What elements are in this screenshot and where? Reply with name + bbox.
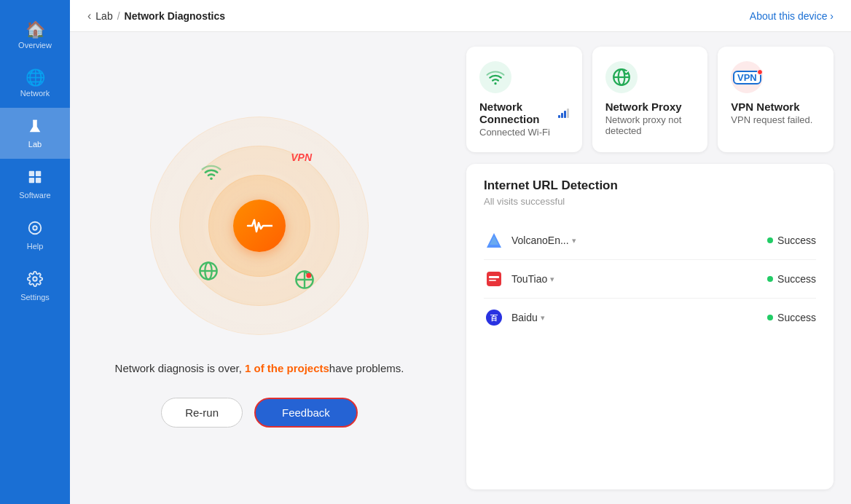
svg-text:百: 百 [490,314,498,322]
svg-rect-20 [489,276,499,278]
vpn-error-dot [757,69,763,75]
network-connection-title: Network Connection [479,101,554,125]
toutiao-icon [484,269,504,289]
baidu-status-dot [767,315,773,320]
toutiao-name: TouTiao ▾ [511,273,554,285]
feedback-button[interactable]: Feedback [254,398,358,428]
home-icon: 🏠 [26,22,45,38]
vpn-network-card: VPN VPN Network VPN request failed. [718,47,834,152]
action-buttons: Re-run Feedback [161,398,358,428]
main-content: ‹ Lab / Network Diagnostics About this d… [70,0,851,504]
baidu-name: Baidu ▾ [511,312,545,323]
baidu-status: Success [767,312,816,323]
svg-rect-21 [489,280,496,281]
toutiao-status-dot [767,276,773,282]
sidebar-item-lab[interactable]: Lab [0,108,70,159]
url-item-left-toutiao: TouTiao ▾ [484,269,554,289]
status-cards: Network Connection Connected Wi-Fi [466,47,834,152]
svg-rect-1 [29,171,34,176]
vpn-network-subtitle: VPN request failed. [731,114,820,125]
url-item-left-volcano: VolcanoEn... ▾ [484,230,576,251]
svg-rect-4 [36,178,41,183]
network-connection-card: Network Connection Connected Wi-Fi [466,47,582,152]
sidebar-item-network[interactable]: 🌐 Network [0,60,70,108]
floating-wifi-icon [201,162,221,185]
sidebar-item-settings[interactable]: Settings [0,261,70,312]
toutiao-status: Success [767,273,816,285]
back-button[interactable]: ‹ [87,9,91,23]
svg-rect-0 [33,120,37,121]
svg-rect-2 [36,171,41,176]
url-item-toutiao: TouTiao ▾ Success [484,260,816,299]
globe-icon-wrap [605,61,638,93]
settings-icon [27,271,43,290]
sidebar-item-help[interactable]: Help [0,210,70,261]
volcano-dropdown[interactable]: ▾ [572,236,576,245]
about-device-link[interactable]: About this device › [750,10,834,22]
svg-point-8 [210,177,213,180]
url-detection-subtitle: All visits successful [484,196,816,207]
svg-rect-19 [487,272,501,286]
url-detection-title: Internet URL Detection [484,178,816,193]
help-icon [27,220,43,239]
url-item-left-baidu: 百 Baidu ▾ [484,307,545,328]
volcano-name: VolcanoEn... ▾ [511,235,576,246]
svg-point-6 [33,226,37,230]
vpn-network-title: VPN Network [731,101,820,113]
svg-point-13 [494,82,496,84]
left-panel: VPN Network diagnosis is over, 1 of the … [70,32,449,504]
breadcrumb-separator: / [117,10,120,22]
url-item-volcano: VolcanoEn... ▾ Success [484,221,816,260]
lab-icon [27,118,43,137]
signal-bars [558,108,569,118]
header: ‹ Lab / Network Diagnostics About this d… [70,0,851,32]
vpn-icon-wrap: VPN [731,61,763,93]
rerun-button[interactable]: Re-run [161,398,243,428]
floating-globe-icon [198,261,219,284]
svg-point-5 [29,222,42,235]
sidebar: 🏠 Overview 🌐 Network Lab Software [0,0,70,504]
network-proxy-subtitle: Network proxy not detected [605,114,695,136]
volcano-status-dot [767,237,773,243]
network-diagram: VPN [143,109,376,342]
software-icon [27,169,43,188]
breadcrumb: ‹ Lab / Network Diagnostics [87,9,225,23]
svg-rect-3 [29,178,34,183]
network-proxy-card: Network Proxy Network proxy not detected [592,47,708,152]
baidu-dropdown[interactable]: ▾ [541,313,545,323]
center-pulse-button[interactable] [233,200,286,252]
svg-point-12 [306,272,311,277]
url-item-baidu: 百 Baidu ▾ Success [484,299,816,336]
toutiao-dropdown[interactable]: ▾ [550,275,554,284]
sidebar-item-overview[interactable]: 🏠 Overview [0,12,70,60]
floating-vpn-label: VPN [291,151,312,163]
baidu-icon: 百 [484,307,504,328]
network-connection-subtitle: Connected Wi-Fi [479,127,569,138]
content-area: VPN Network diagnosis is over, 1 of the … [70,32,851,504]
volcano-icon [484,230,504,251]
network-proxy-title: Network Proxy [605,101,695,113]
breadcrumb-parent: Lab [95,10,112,22]
network-icon: 🌐 [26,70,45,86]
sidebar-item-software[interactable]: Software [0,159,70,210]
url-detection-panel: Internet URL Detection All visits succes… [466,164,834,489]
diagnosis-text: Network diagnosis is over, 1 of the proj… [115,360,404,377]
svg-point-7 [33,277,37,281]
floating-globe2-icon [294,269,315,293]
volcano-status: Success [767,235,816,246]
breadcrumb-current: Network Diagnostics [125,10,225,22]
vpn-badge: VPN [733,71,761,84]
right-panel: Network Connection Connected Wi-Fi [449,32,851,504]
wifi-icon-wrap [479,61,511,93]
